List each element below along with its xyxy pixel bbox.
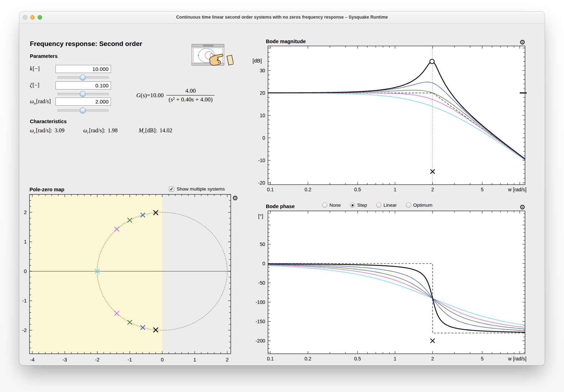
wr-value: ωr[rad/s]:1.98 (83, 127, 118, 134)
radio-label: Linear (383, 202, 397, 208)
app-content: Frequency response: Second order Paramet… (19, 23, 545, 365)
formula-denominator: (s² + 0.40s + 4.00) (166, 95, 215, 103)
svg-text:-2: -2 (22, 327, 27, 333)
svg-text:-1: -1 (127, 357, 132, 363)
window-titlebar[interactable]: Continuous time linear second order syst… (19, 12, 545, 24)
bode-phase-plot[interactable]: 0.10.20.5125w [rad/s]500-50-100-150-200 (248, 207, 539, 365)
checkbox-label: Show multiple systems (177, 186, 225, 192)
svg-text:2: 2 (431, 356, 434, 361)
interactive-plot-hint-icon (190, 44, 234, 67)
svg-text:w [rad/s]: w [rad/s] (508, 187, 526, 192)
svg-text:0.5: 0.5 (354, 356, 361, 361)
asymptote-option-step[interactable]: Step (350, 202, 367, 208)
app-window: Continuous time linear second order syst… (19, 12, 545, 365)
svg-text:0: 0 (262, 261, 265, 266)
checkbox-box[interactable]: ✓ (169, 186, 174, 192)
parameters-section-title: Parameters (30, 53, 58, 59)
radio-circle (406, 202, 411, 208)
show-multiple-systems-checkbox[interactable]: ✓ Show multiple systems (169, 186, 225, 192)
phase-asymptote-options: None Step Linear Optimum (322, 202, 432, 208)
asymptote-option-none[interactable]: None (322, 202, 341, 208)
svg-text:-20: -20 (258, 180, 265, 186)
svg-text:2: 2 (431, 187, 434, 192)
svg-text:1: 1 (394, 187, 396, 192)
svg-text:30: 30 (260, 68, 265, 73)
zeta-label: ζ[−] (30, 82, 39, 89)
bode-magnitude-settings-gear-icon[interactable]: ⚙ (519, 39, 525, 46)
bode-magnitude-plot[interactable]: 0.10.20.5125w [rad/s]3020100-10-20 (248, 42, 539, 199)
svg-text:-1: -1 (22, 298, 27, 304)
svg-text:-2: -2 (95, 357, 100, 363)
radio-label: Step (357, 202, 367, 208)
svg-text:20: 20 (260, 91, 265, 96)
svg-text:50: 50 (260, 242, 265, 247)
formula-numerator: 4.00 (181, 87, 201, 95)
k-slider[interactable] (57, 74, 109, 80)
zeta-slider[interactable] (57, 91, 109, 97)
svg-text:0.1: 0.1 (267, 356, 274, 361)
wc-value: ωc[rad/s]:3.09 (30, 127, 64, 134)
svg-text:0: 0 (262, 135, 265, 141)
pole-zero-settings-gear-icon[interactable]: ⚙ (232, 195, 238, 201)
bode-magnitude-title: Bode magnitude (266, 39, 306, 44)
svg-text:2: 2 (226, 357, 229, 363)
checkmark-icon: ✓ (170, 187, 173, 191)
k-input[interactable] (55, 65, 111, 73)
radio-circle (350, 202, 355, 208)
magnitude-axis-unit-label: [dB] (253, 58, 262, 64)
radio-circle (376, 202, 381, 208)
svg-text:1: 1 (193, 357, 196, 363)
asymptote-option-linear[interactable]: Linear (376, 202, 397, 208)
svg-text:-200: -200 (255, 338, 265, 344)
radio-label: Optimum (413, 202, 433, 208)
radio-circle (322, 202, 327, 208)
svg-text:0.2: 0.2 (304, 187, 311, 192)
pole-zero-map-title: Pole-zero map (29, 187, 64, 192)
svg-text:0: 0 (161, 357, 164, 363)
desktop-background: Continuous time linear second order syst… (0, 0, 564, 392)
window-title: Continuous time linear second order syst… (19, 12, 545, 23)
k-label: k[−] (30, 66, 40, 73)
svg-text:1: 1 (394, 356, 396, 361)
asymptote-option-optimum[interactable]: Optimum (406, 202, 433, 208)
bode-phase-title: Bode phase (266, 204, 295, 209)
wn-slider-thumb[interactable] (80, 107, 86, 113)
svg-text:1: 1 (24, 239, 27, 245)
svg-text:10: 10 (260, 113, 265, 118)
svg-text:0: 0 (24, 268, 27, 274)
wn-slider[interactable] (57, 107, 109, 113)
svg-text:w [rad/s]: w [rad/s] (508, 356, 526, 361)
svg-text:-100: -100 (255, 300, 265, 305)
svg-text:-150: -150 (255, 319, 265, 324)
k-slider-thumb[interactable] (80, 74, 86, 80)
page-title: Frequency response: Second order (30, 40, 142, 48)
wn-label: ωn[rad/s] (30, 98, 51, 105)
svg-text:0.5: 0.5 (354, 187, 361, 192)
bode-phase-settings-gear-icon[interactable]: ⚙ (519, 204, 525, 211)
svg-text:5: 5 (481, 187, 484, 192)
phase-axis-unit-label: [°] (258, 213, 263, 219)
characteristics-section-title: Characteristics (30, 119, 67, 124)
svg-text:5: 5 (481, 356, 484, 361)
svg-text:-10: -10 (258, 158, 265, 163)
svg-text:-3: -3 (63, 357, 67, 363)
radio-label: None (329, 202, 341, 208)
svg-text:2: 2 (24, 210, 27, 215)
wn-input[interactable] (55, 98, 111, 106)
pole-zero-plot[interactable]: -4-3-2-1012210-1-2 (21, 192, 249, 365)
svg-text:0.1: 0.1 (267, 187, 274, 192)
svg-text:-50: -50 (258, 280, 265, 286)
zeta-slider-thumb[interactable] (80, 91, 86, 97)
svg-text:-4: -4 (30, 357, 35, 363)
transfer-function-formula: G(s)=10.00 4.00 (s² + 0.40s + 4.00) (136, 87, 215, 103)
svg-text:0.2: 0.2 (304, 356, 311, 361)
mr-value: Mr[dB]:14.02 (139, 127, 172, 134)
zeta-input[interactable] (55, 81, 111, 89)
